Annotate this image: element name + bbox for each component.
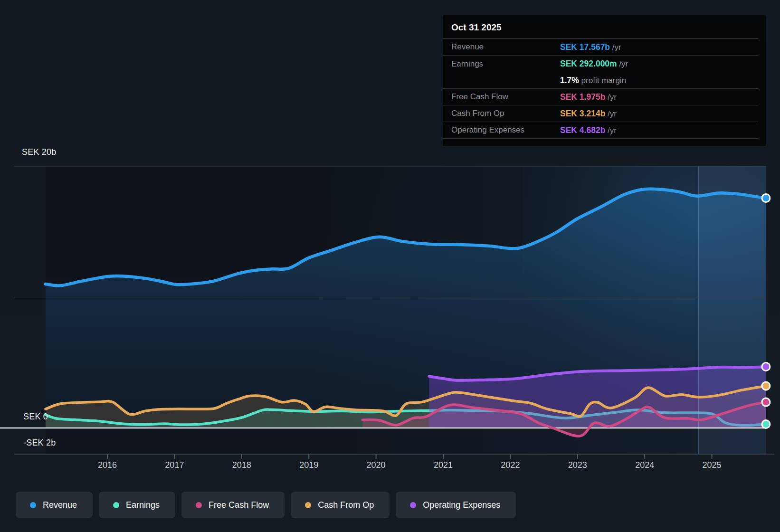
legend-label: Earnings [126,500,160,510]
legend-dot-icon [410,502,416,508]
free-cash-flow-endpoint-dot[interactable] [762,398,770,406]
cash-from-op-endpoint-dot[interactable] [762,382,770,390]
legend-dot-icon [113,502,119,508]
tooltip-date: Oct 31 2025 [443,15,758,39]
y-axis-label-20b: SEK 20b [22,147,56,157]
legend-item-cash-from-op[interactable]: Cash From Op [291,492,390,518]
legend-dot-icon [305,502,311,508]
x-axis-label-2018: 2018 [223,460,261,470]
tooltip-row-value: SEK 292.000m /yr [560,59,628,69]
legend-dot-icon [196,502,202,508]
x-axis-label-2023: 2023 [559,460,597,470]
x-axis-label-2020: 2020 [357,460,395,470]
x-axis-label-2019: 2019 [290,460,328,470]
x-axis-label-2017: 2017 [155,460,193,470]
chart-page: SEK 20b SEK 0 -SEK 2b 201620172018201920… [0,0,780,532]
revenue-endpoint-dot[interactable] [762,194,770,202]
tooltip-row-suffix: profit margin [579,76,626,85]
legend-label: Operating Expenses [423,500,500,510]
tooltip-row-revenue: RevenueSEK 17.567b /yr [443,39,758,56]
tooltip-row-label: Earnings [443,59,560,69]
tooltip-row-label: Free Cash Flow [443,92,560,102]
tooltip-row-free-cash-flow: Free Cash FlowSEK 1.975b /yr [443,89,758,105]
y-axis-label-neg2b: -SEK 2b [23,438,56,448]
tooltip-row-value: SEK 1.975b /yr [560,92,617,102]
legend-label: Cash From Op [318,500,374,510]
legend-item-operating-expenses[interactable]: Operating Expenses [396,492,516,518]
tooltip-row-value: SEK 4.682b /yr [560,125,617,135]
tooltip-row-suffix: /yr [617,59,628,68]
tooltip-row-suffix: /yr [605,126,617,135]
tooltip-row-value: 1.7% profit margin [560,76,626,86]
legend: RevenueEarningsFree Cash FlowCash From O… [16,492,516,518]
x-axis-label-2022: 2022 [491,460,529,470]
tooltip-row-label: Revenue [443,42,560,52]
legend-dot-icon [30,502,36,508]
tooltip-row-value: SEK 3.214b /yr [560,109,617,119]
tooltip-row-value: SEK 17.567b /yr [560,42,621,52]
x-axis-label-2016: 2016 [88,460,126,470]
tooltip-row-label: Operating Expenses [443,125,560,135]
legend-item-revenue[interactable]: Revenue [16,492,93,518]
x-axis-label-2025: 2025 [693,460,731,470]
tooltip-row-earnings: EarningsSEK 292.000m /yr [443,56,758,72]
tooltip-row-operating-expenses: Operating ExpensesSEK 4.682b /yr [443,122,758,139]
tooltip-row-suffix: /yr [610,43,621,52]
tooltip-row-profit-margin: 1.7% profit margin [443,72,758,89]
tooltip-row-suffix: /yr [605,109,617,118]
tooltip-row-cash-from-op: Cash From OpSEK 3.214b /yr [443,105,758,122]
x-axis-label-2021: 2021 [424,460,462,470]
legend-item-free-cash-flow[interactable]: Free Cash Flow [181,492,285,518]
legend-label: Revenue [43,500,77,510]
y-axis-label-0: SEK 0 [23,412,48,422]
legend-item-earnings[interactable]: Earnings [99,492,175,518]
tooltip-row-label: Cash From Op [443,109,560,118]
x-axis-label-2024: 2024 [626,460,664,470]
tooltip-row-suffix: /yr [605,93,617,102]
operating-expenses-endpoint-dot[interactable] [762,363,770,371]
earnings-endpoint-dot[interactable] [762,420,770,428]
legend-label: Free Cash Flow [209,500,269,510]
data-tooltip: Oct 31 2025 RevenueSEK 17.567b /yrEarnin… [443,15,766,146]
